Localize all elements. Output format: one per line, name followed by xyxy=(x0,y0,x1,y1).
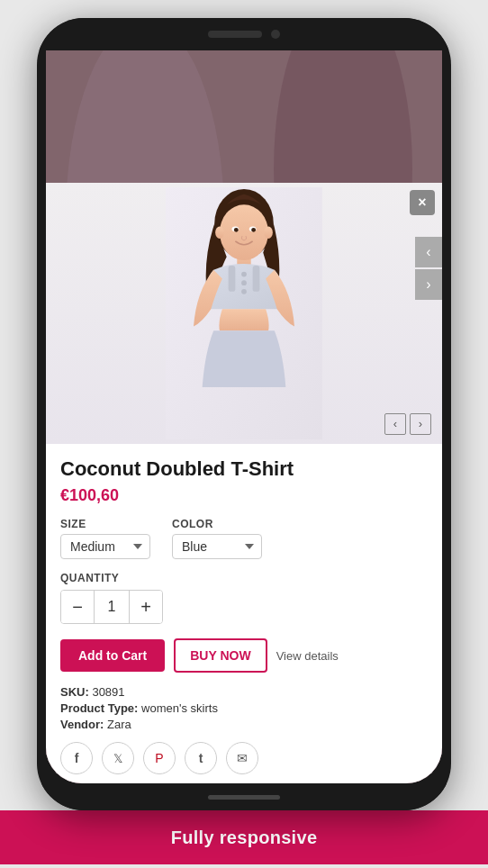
pinterest-share-button[interactable]: P xyxy=(143,742,176,774)
img-next-btn[interactable]: › xyxy=(410,413,431,435)
banner-text: Fully responsive xyxy=(171,827,318,848)
svg-rect-15 xyxy=(253,265,260,291)
vendor-label: Vendor: xyxy=(60,718,104,731)
size-label: SIZE xyxy=(60,518,150,530)
phone-screen: × ‹ › xyxy=(46,50,442,783)
product-title: Coconut Doubled T-Shirt xyxy=(60,457,428,482)
email-share-button[interactable]: ✉ xyxy=(226,742,258,774)
vendor-row: Vendor: Zara xyxy=(60,718,428,731)
meta-info: SKU: 30891 Product Type: women's skirts … xyxy=(60,685,428,731)
add-to-cart-button[interactable]: Add to Cart xyxy=(60,639,165,672)
social-icons: f 𝕏 P t ✉ xyxy=(60,742,428,774)
size-option-group: SIZE Medium Small Large XL xyxy=(60,518,150,559)
action-buttons: Add to Cart BUY NOW View details xyxy=(60,638,428,673)
color-select[interactable]: Blue Red White Black xyxy=(172,534,262,559)
vendor-value: Zara xyxy=(107,718,131,731)
facebook-share-button[interactable]: f xyxy=(60,742,93,774)
pinterest-icon: P xyxy=(155,751,163,765)
svg-point-17 xyxy=(241,280,247,285)
sku-value: 30891 xyxy=(92,685,124,699)
bottom-banner: Fully responsive xyxy=(0,810,488,864)
color-option-group: COLOR Blue Red White Black xyxy=(172,518,262,559)
view-details-link[interactable]: View details xyxy=(276,649,339,663)
buy-now-button[interactable]: BUY NOW xyxy=(174,638,267,673)
color-label: COLOR xyxy=(172,518,262,530)
tumblr-share-button[interactable]: t xyxy=(185,742,217,774)
img-prev-btn[interactable]: ‹ xyxy=(384,413,406,435)
email-icon: ✉ xyxy=(237,751,248,765)
close-button[interactable]: × xyxy=(410,190,435,215)
product-type-label: Product Type: xyxy=(60,701,138,715)
size-select[interactable]: Medium Small Large XL xyxy=(60,534,150,559)
svg-point-11 xyxy=(251,227,256,231)
image-side-nav: ‹ › xyxy=(415,237,442,300)
twitter-icon: 𝕏 xyxy=(113,752,122,765)
quantity-section: QUANTITY − 1 + xyxy=(60,572,428,624)
phone-bottom-bar xyxy=(37,783,451,810)
facebook-icon: f xyxy=(75,751,79,765)
product-type-row: Product Type: women's skirts xyxy=(60,701,428,715)
svg-point-10 xyxy=(234,227,239,231)
product-image-area: ‹ › xyxy=(46,183,442,444)
tumblr-icon: t xyxy=(199,751,203,765)
twitter-share-button[interactable]: 𝕏 xyxy=(102,742,134,774)
svg-point-13 xyxy=(264,226,273,239)
svg-point-18 xyxy=(241,288,247,294)
quantity-label: QUANTITY xyxy=(60,572,428,584)
home-indicator xyxy=(208,795,280,800)
svg-point-12 xyxy=(215,226,224,239)
image-next-arrow[interactable]: › xyxy=(415,269,442,300)
svg-point-16 xyxy=(241,271,247,276)
sku-label: SKU: xyxy=(60,685,89,699)
svg-point-7 xyxy=(220,204,268,260)
phone-speaker xyxy=(208,31,262,38)
phone-top-bar xyxy=(37,18,451,50)
quantity-control: − 1 + xyxy=(60,590,163,624)
product-image xyxy=(163,187,325,439)
options-row: SIZE Medium Small Large XL COLOR Bl xyxy=(60,518,428,559)
quantity-minus-button[interactable]: − xyxy=(61,591,94,623)
modal-overlay: × ‹ › xyxy=(46,50,442,783)
product-details: Coconut Doubled T-Shirt €100,60 SIZE Med… xyxy=(46,444,442,784)
sku-row: SKU: 30891 xyxy=(60,685,428,699)
quantity-plus-button[interactable]: + xyxy=(130,591,162,623)
image-prev-arrow[interactable]: ‹ xyxy=(415,237,442,267)
product-modal: × ‹ › xyxy=(46,183,442,784)
phone-camera xyxy=(271,30,280,39)
product-type-value: women's skirts xyxy=(141,701,218,715)
svg-rect-14 xyxy=(229,265,236,291)
quantity-value: 1 xyxy=(94,591,130,623)
image-nav-arrows: ‹ › xyxy=(384,413,431,435)
phone-frame: × ‹ › xyxy=(37,18,451,810)
product-price: €100,60 xyxy=(60,486,428,505)
